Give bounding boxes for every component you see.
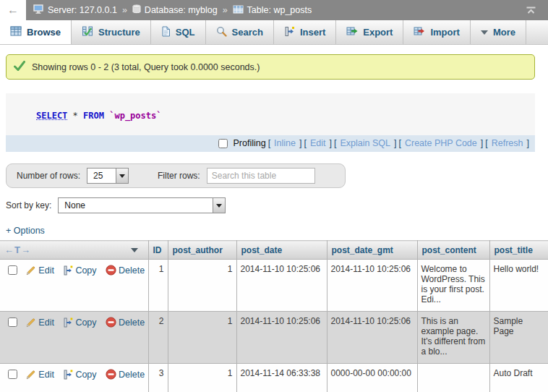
tab-export-label: Export <box>363 27 393 38</box>
column-header-post-title[interactable]: post_title <box>489 241 548 260</box>
breadcrumb-separator: » <box>223 5 228 15</box>
filter-rows-label: Filter rows: <box>158 171 200 181</box>
chevron-down-icon <box>481 30 488 35</box>
bracket: ] <box>330 138 332 148</box>
export-icon <box>346 26 358 38</box>
actions-dropdown-icon[interactable] <box>131 248 138 252</box>
tab-sql-label: SQL <box>176 27 195 38</box>
breadcrumb-database-label: Database: myblog <box>145 5 218 15</box>
sort-by-key-select[interactable]: None <box>58 197 226 213</box>
explain-sql-link[interactable]: Explain SQL <box>340 138 390 148</box>
row-checkbox[interactable] <box>8 370 17 379</box>
tab-bar: Browse Structure SQL Search Insert Expor… <box>0 20 548 45</box>
inline-link[interactable]: Inline <box>274 138 296 148</box>
sql-query-text: SELECT * FROM `wp_posts` <box>6 93 535 135</box>
number-of-rows-label: Number of rows: <box>17 171 80 181</box>
delete-row-link[interactable]: Delete <box>106 318 145 328</box>
sort-by-key-label: Sort by key: <box>6 200 51 210</box>
delete-row-link[interactable]: Delete <box>106 265 145 276</box>
copy-icon <box>63 370 75 380</box>
tab-search-label: Search <box>232 27 263 38</box>
browse-icon <box>10 26 22 38</box>
create-php-code-link[interactable]: Create PHP Code <box>405 138 477 148</box>
cell-post-author[interactable]: 1 <box>168 364 236 392</box>
cell-post-content[interactable]: Welcome to WordPress. This is your first… <box>417 260 489 312</box>
tab-sql[interactable]: SQL <box>151 20 206 44</box>
tab-structure[interactable]: Structure <box>72 20 151 44</box>
tab-import-label: Import <box>430 27 459 38</box>
sql-star: * <box>73 111 78 121</box>
delete-row-link[interactable]: Delete <box>106 370 145 380</box>
status-message-text: Showing rows 0 - 2 (3 total, Query took … <box>32 62 260 72</box>
bracket: [ <box>304 138 306 148</box>
edit-row-link[interactable]: Edit <box>25 318 56 328</box>
cell-post-date-gmt[interactable]: 2014-11-10 10:25:06 <box>327 312 417 364</box>
column-header-post-author[interactable]: post_author <box>168 241 236 260</box>
tab-browse[interactable]: Browse <box>0 20 72 44</box>
cell-post-date[interactable]: 2014-11-10 10:25:06 <box>236 312 327 364</box>
back-arrow-button[interactable]: ← <box>0 0 26 20</box>
sql-query-box: SELECT * FROM `wp_posts` Profiling [ Inl… <box>6 93 535 152</box>
column-header-post-date[interactable]: post_date <box>236 241 327 260</box>
tab-search[interactable]: Search <box>206 20 274 44</box>
success-check-icon <box>14 61 25 73</box>
cell-post-date[interactable]: 2014-11-10 10:25:06 <box>236 260 327 312</box>
status-message: Showing rows 0 - 2 (3 total, Query took … <box>6 54 535 80</box>
options-toggle-link[interactable]: + Options <box>6 226 45 236</box>
cell-post-content[interactable] <box>417 364 489 392</box>
cell-post-title[interactable]: Hello world! <box>489 260 548 312</box>
row-checkbox[interactable] <box>8 318 17 327</box>
row-actions-cell: Edit Copy Delete <box>0 260 148 312</box>
cell-post-author[interactable]: 1 <box>168 260 236 312</box>
refresh-link[interactable]: Refresh <box>492 138 523 148</box>
cell-post-date-gmt[interactable]: 2014-11-10 10:25:06 <box>327 260 417 312</box>
tab-import[interactable]: Import <box>403 20 470 44</box>
collapse-console-icon[interactable] <box>521 7 541 14</box>
column-header-post-content[interactable]: post_content <box>417 241 489 260</box>
breadcrumb-server-label: Server: 127.0.0.1 <box>48 5 117 15</box>
profiling-checkbox[interactable] <box>218 139 228 148</box>
table-icon <box>233 5 244 16</box>
copy-icon <box>63 318 75 328</box>
edit-row-link[interactable]: Edit <box>25 370 56 380</box>
select-arrow-icon <box>116 169 128 183</box>
tab-more-label: More <box>493 27 515 38</box>
cell-post-date-gmt[interactable]: 0000-00-00 00:00:00 <box>327 364 417 392</box>
table-row: Edit Copy Delete 2 1 2014-11-10 10:25:06… <box>0 312 548 364</box>
cell-post-title[interactable]: Auto Draft <box>489 364 548 392</box>
breadcrumb-separator: » <box>122 5 127 15</box>
column-header-post-date-gmt[interactable]: post_date_gmt <box>327 241 417 260</box>
row-checkbox[interactable] <box>8 265 17 275</box>
results-table: ←T→ ID post_author post_date post_date_g… <box>0 240 548 392</box>
column-header-actions: ←T→ <box>0 241 148 260</box>
breadcrumb-database[interactable]: Database: myblog <box>132 4 218 16</box>
bracket: ] <box>394 138 396 148</box>
sql-from-keyword: FROM <box>83 111 104 121</box>
tab-more[interactable]: More <box>471 20 526 44</box>
filter-rows-input[interactable] <box>207 168 315 184</box>
bracket: [ <box>268 138 270 148</box>
tab-insert[interactable]: Insert <box>274 20 336 44</box>
search-icon <box>216 26 227 39</box>
number-of-rows-select[interactable]: 25 <box>87 168 129 184</box>
cell-post-author[interactable]: 1 <box>168 312 236 364</box>
cell-post-date[interactable]: 2014-11-14 06:33:38 <box>236 364 327 392</box>
rows-filter-bar: Number of rows: 25 Filter rows: <box>6 163 346 188</box>
breadcrumb-table[interactable]: Table: wp_posts <box>233 5 312 16</box>
column-header-id[interactable]: ID <box>148 241 168 260</box>
transpose-arrows[interactable]: ←T→ <box>4 244 31 255</box>
edit-row-link[interactable]: Edit <box>25 265 56 276</box>
bracket: [ <box>485 138 487 148</box>
copy-row-link[interactable]: Copy <box>63 265 99 276</box>
tab-export[interactable]: Export <box>336 20 403 44</box>
database-icon <box>132 4 141 16</box>
cell-post-content[interactable]: This is an example page. It's different … <box>417 312 489 364</box>
breadcrumb-server[interactable]: Server: 127.0.0.1 <box>33 4 117 16</box>
select-arrow-icon <box>213 198 225 213</box>
sort-bar: Sort by key: None <box>6 197 548 213</box>
cell-post-title[interactable]: Sample Page <box>489 312 548 364</box>
copy-row-link[interactable]: Copy <box>63 370 99 380</box>
edit-query-link[interactable]: Edit <box>310 138 326 148</box>
server-icon <box>33 4 44 16</box>
copy-row-link[interactable]: Copy <box>63 318 99 328</box>
